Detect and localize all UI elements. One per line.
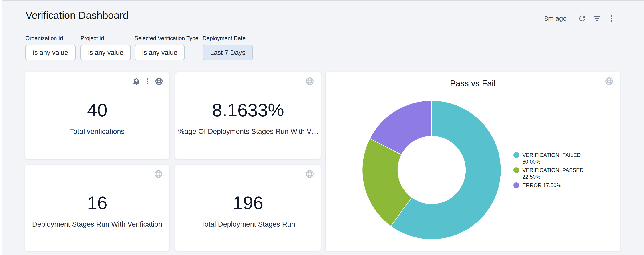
tile-value: 8.1633% (176, 101, 321, 120)
tile-total-verifications: 40 Total verifications (25, 72, 169, 159)
filter-project-id: Project Id is any value (80, 35, 131, 60)
legend-label: VERIFICATION_PASSED 22.50% (522, 167, 596, 180)
globe-icon[interactable] (154, 169, 163, 179)
legend-label: VERIFICATION_FAILED 60.00% (522, 152, 596, 165)
last-refreshed-timestamp: 8m ago (544, 15, 566, 22)
globe-icon[interactable] (154, 77, 164, 86)
filter-list-icon[interactable] (592, 14, 602, 23)
tile-icons (130, 77, 164, 86)
filter-label: Deployment Date (202, 35, 253, 42)
pass-vs-fail-chart-card: Pass vs Fail VERIFICATION_FAILED 60.00%V… (326, 72, 620, 251)
tile-value: 16 (25, 193, 169, 212)
legend-swatch (514, 152, 519, 158)
donut-chart-wrap (362, 100, 502, 240)
filter-value-button-active[interactable]: Last 7 Days (202, 45, 253, 60)
page-title: Verification Dashboard (26, 9, 128, 22)
filter-selected-verification-type: Selected Verification Type is any value (134, 35, 198, 60)
globe-icon[interactable] (604, 77, 614, 86)
pass-fail-donut (362, 100, 502, 240)
tile-value: 40 (25, 101, 169, 120)
add-alert-icon[interactable] (132, 77, 141, 86)
globe-icon[interactable] (305, 77, 314, 86)
tile-total-deployment-stages-run: 196 Total Deployment Stages Run (176, 165, 321, 251)
legend-item-verification_failed[interactable]: VERIFICATION_FAILED 60.00% (514, 152, 596, 165)
legend-swatch (514, 182, 519, 188)
legend-item-verification_passed[interactable]: VERIFICATION_PASSED 22.50% (514, 167, 596, 180)
refresh-icon[interactable] (577, 14, 587, 23)
legend-label: ERROR 17.50% (522, 182, 561, 189)
filter-organization-id: Organization Id is any value (25, 35, 76, 60)
legend-swatch (514, 167, 519, 173)
filter-label: Selected Verification Type (134, 35, 198, 42)
header-actions: 8m ago (544, 12, 616, 25)
tile-label: %age Of Deployments Stages Run With V… (176, 127, 321, 136)
tile-label: Total Deployment Stages Run (176, 220, 321, 228)
tile-label: Deployment Stages Run With Verification (25, 220, 169, 228)
legend-item-error[interactable]: ERROR 17.50% (514, 182, 596, 189)
tile-label: Total verifications (25, 127, 169, 136)
chart-title: Pass vs Fail (326, 78, 620, 89)
left-edge-strip (0, 0, 2, 255)
kebab-menu-icon[interactable] (607, 14, 616, 23)
filter-deployment-date: Deployment Date Last 7 Days (202, 35, 253, 60)
filter-value-button[interactable]: is any value (80, 45, 131, 60)
globe-icon[interactable] (305, 169, 314, 179)
tile-value: 196 (176, 193, 321, 212)
dashboard-canvas: Verification Dashboard 8m ago Organizati… (2, 1, 644, 255)
tile-percentage-stages-with-verification: 8.1633% %age Of Deployments Stages Run W… (176, 72, 321, 159)
filter-value-button[interactable]: is any value (25, 45, 76, 60)
filter-label: Project Id (80, 35, 131, 42)
donut-legend: VERIFICATION_FAILED 60.00%VERIFICATION_P… (514, 152, 596, 190)
tile-deployment-stages-run-with-verification: 16 Deployment Stages Run With Verificati… (25, 165, 169, 251)
kebab-menu-icon[interactable] (143, 77, 152, 86)
verification-dashboard-page: { "header": { "title": "Verification Das… (0, 0, 644, 255)
filter-label: Organization Id (25, 35, 76, 42)
filter-value-button[interactable]: is any value (134, 45, 185, 60)
